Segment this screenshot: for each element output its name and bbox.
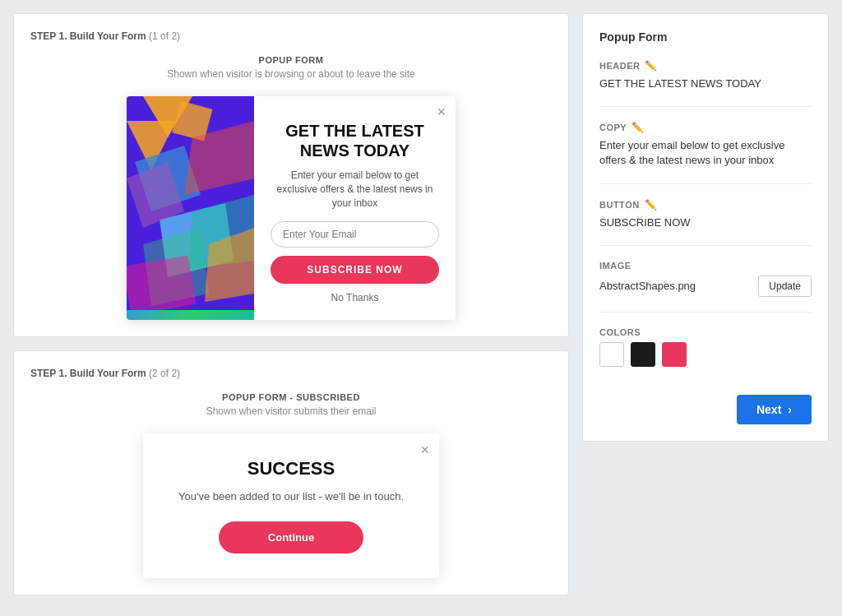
subscribed-form-title: POPUP FORM - SUBSCRIBED (30, 392, 552, 402)
popup-content-side: × GET THE LATEST NEWS TODAY Enter your e… (254, 96, 456, 320)
success-continue-button[interactable]: Continue (219, 521, 363, 553)
popup-form-subtitle: Shown when visitor is browsing or about … (30, 68, 552, 80)
success-close-icon[interactable]: × (420, 442, 429, 459)
subscribed-form-subtitle: Shown when visitor submits their email (30, 405, 552, 417)
divider-4 (599, 312, 812, 313)
color-swatch-black[interactable] (631, 342, 655, 367)
next-chevron-icon: › (788, 403, 792, 416)
popup-email-input[interactable] (271, 221, 439, 248)
step2-card: STEP 1. Build Your Form (2 of 2) POPUP F… (13, 350, 569, 595)
button-section: BUTTON ✏️ SUBSCRIBE NOW (599, 199, 812, 230)
colors-section: COLORS (599, 327, 812, 367)
divider-1 (599, 106, 812, 107)
success-preview-container: × SUCCESS You've been added to our list … (30, 433, 552, 577)
button-edit-icon[interactable]: ✏️ (645, 199, 658, 211)
next-button[interactable]: Next › (737, 395, 812, 424)
step1-card: STEP 1. Build Your Form (1 of 2) POPUP F… (13, 13, 569, 337)
right-column: Popup Form HEADER ✏️ GET THE LATEST NEWS… (582, 13, 829, 603)
header-edit-icon[interactable]: ✏️ (645, 60, 658, 72)
popup-image-side (127, 96, 254, 320)
left-column: STEP 1. Build Your Form (1 of 2) POPUP F… (13, 13, 569, 603)
right-panel: Popup Form HEADER ✏️ GET THE LATEST NEWS… (582, 13, 829, 442)
popup-heading: GET THE LATEST NEWS TODAY (271, 121, 439, 160)
header-section: HEADER ✏️ GET THE LATEST NEWS TODAY (599, 60, 812, 91)
image-label: IMAGE (599, 261, 812, 271)
popup-copy: Enter your email below to get exclusive … (271, 169, 439, 210)
button-label: BUTTON ✏️ (599, 199, 812, 211)
popup-modal: × GET THE LATEST NEWS TODAY Enter your e… (127, 96, 456, 320)
copy-label: COPY ✏️ (599, 122, 812, 133)
next-btn-row: Next › (599, 395, 812, 424)
color-swatch-red[interactable] (662, 342, 687, 367)
divider-2 (599, 183, 812, 184)
colors-label: COLORS (599, 327, 812, 337)
image-section: IMAGE AbstractShapes.png Update (599, 261, 812, 297)
popup-preview-container: × GET THE LATEST NEWS TODAY Enter your e… (30, 96, 552, 320)
header-value: GET THE LATEST NEWS TODAY (599, 76, 812, 91)
step2-label: STEP 1. Build Your Form (2 of 2) (30, 368, 552, 379)
copy-value: Enter your email below to get exclusive … (599, 138, 812, 168)
step1-label: STEP 1. Build Your Form (1 of 2) (30, 30, 552, 42)
success-copy: You've been added to our list - we'll be… (168, 489, 414, 504)
update-image-button[interactable]: Update (758, 276, 812, 297)
color-swatch-white[interactable] (599, 342, 624, 367)
copy-edit-icon[interactable]: ✏️ (632, 122, 645, 133)
success-heading: SUCCESS (168, 458, 414, 479)
panel-title: Popup Form (599, 30, 812, 44)
success-modal: × SUCCESS You've been added to our list … (143, 433, 439, 577)
popup-no-thanks[interactable]: No Thanks (271, 292, 439, 303)
copy-section: COPY ✏️ Enter your email below to get ex… (599, 122, 812, 168)
divider-3 (599, 245, 812, 246)
image-row: AbstractShapes.png Update (599, 276, 812, 297)
colors-row (599, 342, 812, 367)
popup-subscribe-button[interactable]: SUBSCRIBE NOW (271, 256, 439, 284)
popup-close-icon[interactable]: × (437, 104, 446, 119)
image-filename: AbstractShapes.png (599, 280, 696, 292)
header-label: HEADER ✏️ (599, 60, 812, 72)
button-value: SUBSCRIBE NOW (599, 215, 812, 230)
popup-form-title: POPUP FORM (30, 55, 552, 65)
